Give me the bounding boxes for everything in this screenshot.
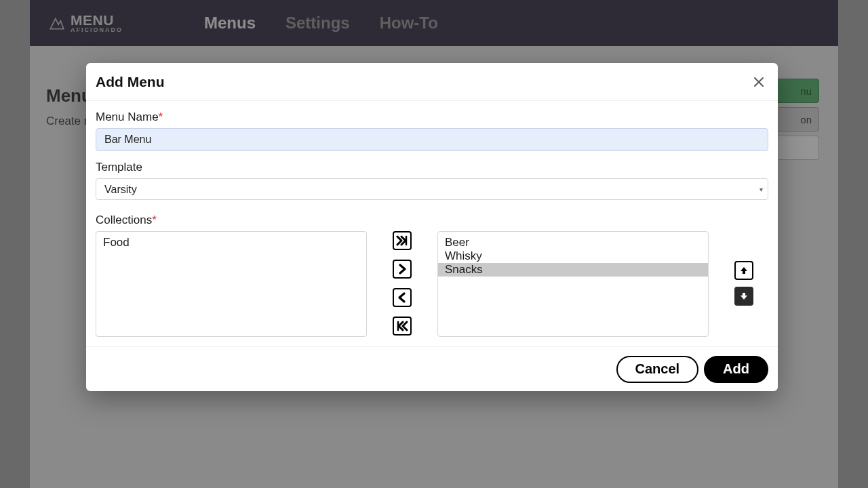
close-icon xyxy=(752,75,766,89)
move-down-button[interactable] xyxy=(734,287,753,306)
list-item[interactable]: Food xyxy=(96,236,366,249)
cancel-button[interactable]: Cancel xyxy=(616,356,699,383)
menu-name-input[interactable] xyxy=(96,128,768,151)
forward-all-icon xyxy=(396,235,408,246)
arrow-down-icon xyxy=(739,291,749,301)
collections-selected-list[interactable]: Beer Whisky Snacks xyxy=(437,231,709,337)
chevron-left-icon xyxy=(397,292,407,303)
transfer-controls xyxy=(393,231,412,336)
modal-title: Add Menu xyxy=(96,74,164,90)
move-right-button[interactable] xyxy=(393,260,412,279)
backward-all-icon xyxy=(396,321,408,331)
collections-label-text: Collections xyxy=(96,214,152,226)
move-all-left-button[interactable] xyxy=(393,317,412,336)
template-label: Template xyxy=(96,161,768,174)
arrow-up-icon xyxy=(739,266,749,275)
move-up-button[interactable] xyxy=(734,261,753,280)
list-item[interactable]: Whisky xyxy=(438,249,708,263)
close-button[interactable] xyxy=(749,73,768,92)
collections-available-list[interactable]: Food xyxy=(96,231,367,337)
collections-label: Collections* xyxy=(96,214,768,227)
list-item[interactable]: Beer xyxy=(438,236,708,249)
menu-name-label: Menu Name* xyxy=(96,110,768,124)
required-marker: * xyxy=(152,214,157,226)
template-select[interactable]: Varsity xyxy=(96,178,768,200)
required-marker: * xyxy=(159,110,163,123)
move-left-button[interactable] xyxy=(393,288,412,307)
add-menu-modal: Add Menu Menu Name* Template Varsity ▾ C… xyxy=(86,63,778,391)
reorder-controls xyxy=(734,231,753,306)
chevron-right-icon xyxy=(397,264,407,274)
add-button[interactable]: Add xyxy=(704,356,768,383)
move-all-right-button[interactable] xyxy=(393,231,412,250)
list-item[interactable]: Snacks xyxy=(438,263,708,277)
menu-name-label-text: Menu Name xyxy=(96,110,159,123)
